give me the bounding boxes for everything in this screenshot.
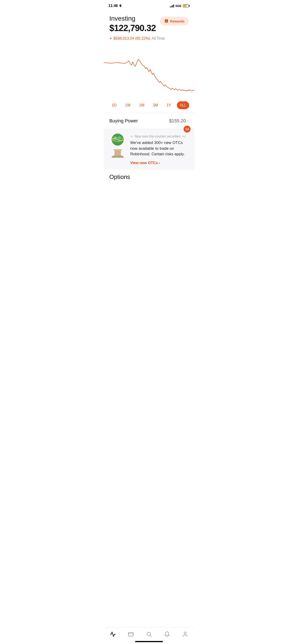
svg-rect-17 <box>112 156 124 158</box>
status-time: 11:46 <box>108 4 122 8</box>
rewards-label: Rewards <box>170 19 184 23</box>
signal-bars <box>170 4 174 8</box>
battery-tip <box>189 5 190 6</box>
down-triangle-icon: ▼ <box>109 37 112 40</box>
news-cta-label: View new OTCs <box>130 161 158 165</box>
notification-badge: 14 <box>184 126 191 132</box>
news-time: 4w <box>182 135 186 138</box>
news-cta-button[interactable]: View new OTCs › <box>130 161 190 165</box>
rewards-button[interactable]: 🎁 Rewards <box>160 17 189 26</box>
portfolio-value: $122,790.32 <box>109 23 156 33</box>
signal-bar-2 <box>171 6 172 8</box>
header-left: Investing $122,790.32 <box>109 15 156 33</box>
gift-icon: 🎁 <box>164 19 168 23</box>
buying-power-row[interactable]: Buying Power $155.20 › <box>104 113 194 129</box>
page-title: Investing <box>109 15 156 22</box>
portfolio-change-row: ▼ $568,013.04 (82.22%) All Time <box>104 36 194 44</box>
battery-fill <box>184 5 186 7</box>
svg-point-0 <box>120 5 121 6</box>
globe-svg: = = = = <box>109 132 126 149</box>
news-section: 14 = = = = <box>104 129 194 170</box>
pedestal-svg <box>112 149 124 158</box>
portfolio-chart[interactable] <box>104 44 194 98</box>
battery-body <box>183 4 189 8</box>
battery-indicator <box>183 4 190 8</box>
star-icon: ★ <box>130 134 133 138</box>
period-3m[interactable]: 3M <box>150 101 161 109</box>
status-bar: 11:46 5GE <box>104 0 194 10</box>
globe-pedestal: = = = = <box>109 132 126 158</box>
change-period: All Time <box>152 36 165 40</box>
news-illustration: = = = = <box>108 134 127 158</box>
chevron-right-icon: › <box>187 118 189 123</box>
buying-power-right: $155.20 › <box>169 118 189 124</box>
period-1y[interactable]: 1Y <box>164 101 174 109</box>
signal-bar-1 <box>170 6 171 8</box>
change-amount: $568,013.04 (82.22%) <box>114 36 150 40</box>
time-display: 11:46 <box>108 4 118 8</box>
news-source: New over-the-counter securities <box>135 134 181 138</box>
period-1d[interactable]: 1D <box>109 101 119 109</box>
nav-spacer <box>104 182 194 206</box>
signal-bar-4 <box>173 4 174 8</box>
chart-line <box>104 59 194 91</box>
svg-rect-8 <box>114 149 122 150</box>
period-1w[interactable]: 1W <box>122 101 133 109</box>
page-header: Investing $122,790.32 🎁 Rewards <box>104 10 194 36</box>
options-title: Options <box>109 174 189 180</box>
news-body: We've added 300+ new OTCs now available … <box>130 140 190 157</box>
chart-svg <box>104 44 194 98</box>
network-label: 5GE <box>175 4 181 8</box>
status-right: 5GE <box>170 4 190 8</box>
period-1m[interactable]: 1M <box>136 101 147 109</box>
period-all[interactable]: ALL <box>177 101 189 109</box>
svg-point-7 <box>115 136 117 139</box>
buying-power-label: Buying Power <box>109 118 138 124</box>
news-card[interactable]: = = = = <box>104 129 194 170</box>
location-icon <box>119 4 122 8</box>
chevron-right-icon: › <box>159 161 160 165</box>
news-source-row: ★ New over-the-counter securities 4w <box>130 134 190 138</box>
signal-bar-3 <box>172 5 173 8</box>
buying-power-amount: $155.20 <box>169 118 186 124</box>
options-preview: Options <box>104 170 194 182</box>
time-period-selector: 1D 1W 1M 3M 1Y ALL <box>104 98 194 113</box>
news-content: ★ New over-the-counter securities 4w We'… <box>130 134 190 165</box>
